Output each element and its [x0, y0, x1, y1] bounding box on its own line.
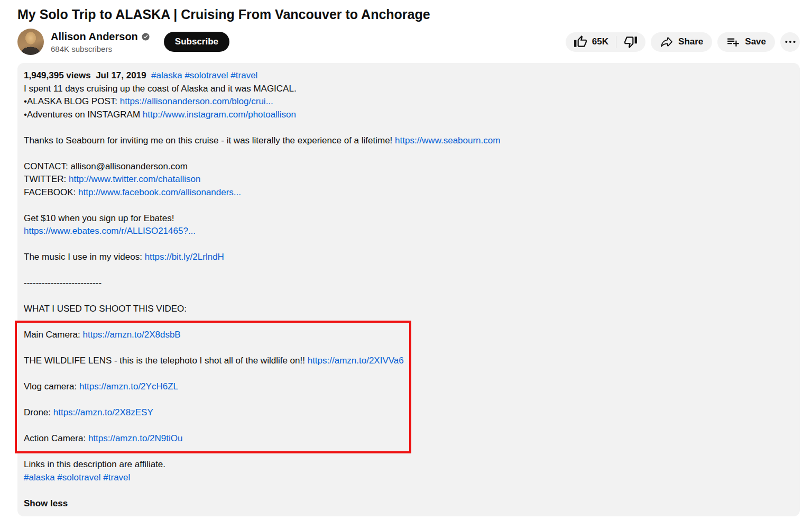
description-line [24, 394, 793, 407]
video-title: My Solo Trip to ALASKA | Cruising From V… [17, 6, 800, 22]
description-line: -------------------------- [24, 277, 793, 290]
description-line: CONTACT: allison@allisonanderson.com [24, 160, 793, 174]
subscriber-count: 684K subscribers [51, 44, 150, 53]
description-line: Action Camera: https://amzn.to/2N9tiOu [24, 432, 793, 445]
like-button[interactable]: 65K [566, 32, 616, 52]
description-line: https://www.ebates.com/r/ALLISO21465?... [24, 225, 793, 238]
description-line: Thanks to Seabourn for inviting me on th… [24, 134, 793, 148]
hashtag-link[interactable]: #travel [230, 70, 257, 80]
description-text-segment: •ALASKA BLOG POST: [24, 96, 120, 106]
description-text-segment [146, 70, 151, 80]
description-text-segment: The music I use in my videos: [24, 252, 145, 262]
description-link[interactable]: https://amzn.to/2YcH6ZL [79, 381, 178, 392]
channel-row: Allison Anderson 684K subscribers Subscr… [17, 29, 800, 55]
description-line: Drone: https://amzn.to/2X8zESY [24, 406, 793, 420]
description-line: I spent 11 days cruising up the coast of… [24, 83, 793, 96]
description-link[interactable]: https://www.seabourn.com [395, 135, 500, 145]
description-text-segment: -------------------------- [24, 278, 102, 288]
like-count: 65K [592, 37, 608, 47]
description-text-segment [91, 70, 96, 80]
description-link[interactable]: https://amzn.to/2N9tiOu [88, 433, 183, 443]
description-text-segment: THE WILDLIFE LENS - this is the telephot… [24, 356, 308, 366]
description-text-segment: Thanks to Seabourn for inviting me on th… [24, 135, 395, 145]
channel-name[interactable]: Allison Anderson [51, 30, 138, 43]
hashtag-link[interactable]: #solotravel [57, 472, 100, 483]
description-text-segment: Main Camera: [24, 330, 82, 340]
description-text-segment: CONTACT: allison@allisonanderson.com [24, 161, 188, 171]
description-line [24, 342, 793, 355]
share-arrow-icon [660, 35, 673, 49]
description-text-segment: TWITTER: [24, 174, 69, 184]
verified-badge-icon [141, 32, 150, 41]
description-panel[interactable]: 1,949,395 views Jul 17, 2019 #alaska #so… [17, 63, 800, 516]
description-line: FACEBOOK: http://www.facebook.com/alliso… [24, 186, 793, 199]
description-text-segment: Links in this description are affiliate. [24, 459, 165, 469]
description-text-segment: WHAT I USED TO SHOOT THIS VIDEO: [24, 304, 187, 314]
description-line: WHAT I USED TO SHOOT THIS VIDEO: [24, 303, 793, 316]
description-line: The music I use in my videos: https://bi… [24, 251, 793, 264]
like-dislike-pill: 65K [566, 32, 645, 52]
description-line [24, 368, 793, 381]
thumbs-up-icon [574, 35, 587, 49]
description-text: 1,949,395 views Jul 17, 2019 #alaska #so… [24, 69, 793, 497]
description-line [24, 420, 793, 433]
description-line [24, 147, 793, 160]
description-text-segment: FACEBOOK: [24, 187, 78, 197]
hashtag-link[interactable]: #alaska [151, 70, 182, 80]
description-line [24, 199, 793, 212]
playlist-add-icon [726, 35, 740, 49]
description-link[interactable]: https://amzn.to/2X8dsbB [82, 330, 180, 340]
hashtag-link[interactable]: #travel [103, 472, 130, 483]
description-line [24, 316, 793, 329]
share-label: Share [678, 37, 703, 47]
description-line: #alaska #solotravel #travel [24, 471, 793, 485]
thumbs-down-icon [624, 35, 638, 49]
hashtag-link[interactable]: #solotravel [184, 70, 228, 80]
more-actions-button[interactable] [780, 32, 800, 52]
description-link[interactable]: https://amzn.to/2XIVVa6 [308, 356, 404, 366]
description-text-segment: Drone: [24, 407, 53, 417]
description-line: Vlog camera: https://amzn.to/2YcH6ZL [24, 380, 793, 394]
description-line: Links in this description are affiliate. [24, 458, 793, 471]
description-text-segment: Get $10 when you sign up for Ebates! [24, 213, 174, 223]
description-line: 1,949,395 views Jul 17, 2019 #alaska #so… [24, 69, 793, 83]
show-less-button[interactable]: Show less [24, 497, 68, 511]
channel-meta: Allison Anderson 684K subscribers [51, 30, 150, 53]
description-link[interactable]: https://amzn.to/2X8zESY [53, 407, 153, 417]
description-link[interactable]: https://www.ebates.com/r/ALLISO21465?... [24, 226, 196, 236]
share-button[interactable]: Share [651, 32, 712, 52]
description-line [24, 264, 793, 277]
save-button[interactable]: Save [717, 32, 775, 52]
description-text-segment: Action Camera: [24, 433, 88, 443]
ellipsis-icon [783, 35, 797, 49]
description-link[interactable]: https://bit.ly/2LrlndH [145, 252, 224, 262]
description-line [24, 445, 793, 459]
channel-avatar[interactable] [17, 29, 44, 55]
hashtag-link[interactable]: #alaska [24, 472, 55, 483]
action-bar: 65K Share [566, 32, 800, 52]
subscribe-button[interactable]: Subscribe [164, 32, 229, 52]
description-text-segment: I spent 11 days cruising up the coast of… [24, 84, 297, 94]
description-line: THE WILDLIFE LENS - this is the telephot… [24, 354, 793, 368]
description-line: •ALASKA BLOG POST: https://allisonanders… [24, 95, 793, 108]
description-text-segment: •Adventures on INSTAGRAM [24, 110, 143, 120]
dislike-button[interactable] [616, 32, 645, 52]
description-link[interactable]: http://www.instagram.com/photoallison [143, 110, 296, 120]
description-line: Main Camera: https://amzn.to/2X8dsbB [24, 329, 793, 342]
description-line [24, 121, 793, 134]
description-link[interactable]: http://www.twitter.com/chatallison [69, 174, 200, 184]
description-text-segment: 1,949,395 views [24, 70, 91, 80]
description-link[interactable]: http://www.facebook.com/allisonanders... [78, 187, 241, 197]
description-line [24, 484, 793, 497]
description-text-segment: Jul 17, 2019 [96, 70, 146, 80]
description-line: •Adventures on INSTAGRAM http://www.inst… [24, 108, 793, 122]
description-line: Get $10 when you sign up for Ebates! [24, 212, 793, 225]
description-line [24, 238, 793, 251]
description-line [24, 290, 793, 303]
description-text-segment: Vlog camera: [24, 381, 79, 392]
description-link[interactable]: https://allisonanderson.com/blog/crui... [120, 96, 273, 106]
description-line: TWITTER: http://www.twitter.com/chatalli… [24, 173, 793, 186]
watch-page: My Solo Trip to ALASKA | Cruising From V… [0, 6, 812, 516]
save-label: Save [745, 37, 766, 47]
